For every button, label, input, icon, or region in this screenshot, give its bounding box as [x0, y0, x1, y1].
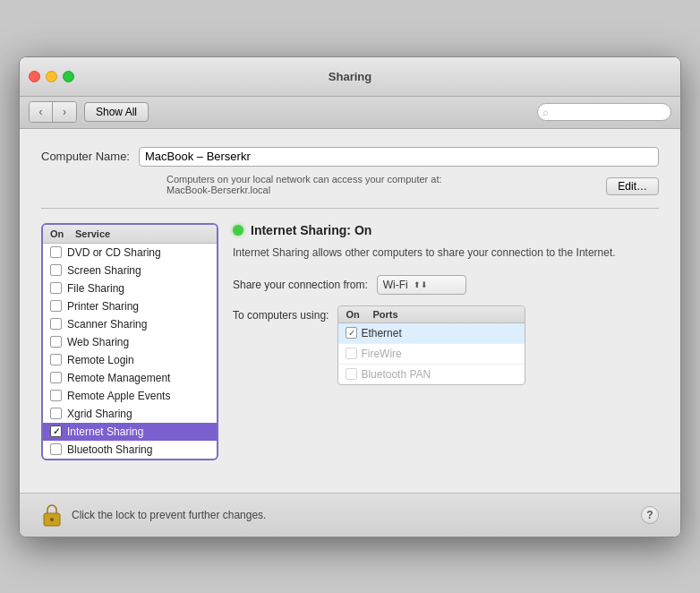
- service-checkbox[interactable]: [50, 443, 62, 455]
- service-name: Remote Apple Events: [67, 390, 170, 402]
- service-name: Screen Sharing: [67, 264, 141, 277]
- port-name: Bluetooth PAN: [361, 368, 431, 381]
- wifi-select-value: Wi-Fi: [383, 279, 408, 291]
- content-area: Computer Name: Computers on your local n…: [20, 129, 680, 478]
- service-checkbox[interactable]: [50, 425, 62, 437]
- col-service-header: Service: [75, 228, 209, 239]
- services-header: On Service: [43, 225, 217, 244]
- description-text: Internet Sharing allows other computers …: [233, 245, 659, 261]
- service-name: Bluetooth Sharing: [67, 443, 152, 456]
- show-all-button[interactable]: Show All: [84, 102, 149, 122]
- share-from-row: Share your connection from: Wi-Fi ⬆⬇: [233, 275, 659, 295]
- computers-using-label: To computers using:: [233, 305, 329, 322]
- service-checkbox[interactable]: [50, 246, 62, 258]
- service-name: Printer Sharing: [67, 300, 139, 313]
- lock-icon[interactable]: [41, 503, 63, 528]
- svg-point-1: [50, 518, 54, 521]
- bottom-bar: Click the lock to prevent further change…: [20, 493, 680, 537]
- ports-list: EthernetFireWireBluetooth PAN: [338, 323, 525, 384]
- divider: [41, 208, 659, 209]
- computer-name-input[interactable]: [139, 147, 659, 167]
- service-checkbox[interactable]: [50, 300, 62, 312]
- ports-col-port-header: Ports: [372, 309, 517, 320]
- computer-name-row: Computer Name:: [41, 147, 659, 167]
- service-checkbox[interactable]: [50, 282, 62, 294]
- port-name: FireWire: [361, 348, 401, 360]
- wifi-select-arrow: ⬆⬇: [414, 280, 428, 289]
- ports-header: On Ports: [338, 306, 525, 323]
- services-panel: On Service DVD or CD SharingScreen Shari…: [41, 223, 218, 460]
- maximize-button[interactable]: [63, 71, 74, 82]
- computer-address-label: Computers on your local network can acce…: [166, 174, 597, 195]
- service-item[interactable]: Remote Login: [43, 351, 217, 369]
- edit-button[interactable]: Edit…: [606, 177, 659, 195]
- service-item[interactable]: Bluetooth Sharing: [43, 441, 217, 459]
- port-name: Ethernet: [361, 327, 401, 339]
- window-title: Sharing: [329, 70, 371, 83]
- service-item[interactable]: Printer Sharing: [43, 297, 217, 315]
- service-name: Web Sharing: [67, 336, 129, 348]
- forward-button[interactable]: ›: [53, 102, 76, 122]
- service-item[interactable]: Xgrid Sharing: [43, 405, 217, 423]
- service-item[interactable]: Internet Sharing: [43, 423, 217, 441]
- computers-using-row: To computers using: On Ports EthernetFir…: [233, 305, 659, 385]
- traffic-lights: [29, 71, 74, 82]
- service-checkbox[interactable]: [50, 336, 62, 348]
- col-on-header: On: [50, 228, 75, 239]
- service-checkbox[interactable]: [50, 264, 62, 276]
- service-name: Xgrid Sharing: [67, 408, 132, 420]
- service-name: File Sharing: [67, 282, 124, 295]
- service-item[interactable]: Screen Sharing: [43, 262, 217, 279]
- status-dot: [233, 225, 243, 236]
- toolbar: ‹ › Show All ⌕: [20, 97, 680, 129]
- search-icon: ⌕: [542, 107, 549, 117]
- service-checkbox[interactable]: [50, 354, 62, 365]
- status-row: Internet Sharing: On: [233, 223, 659, 237]
- ports-table: On Ports EthernetFireWireBluetooth PAN: [337, 305, 525, 385]
- lock-text: Click the lock to prevent further change…: [72, 509, 266, 521]
- service-item[interactable]: Remote Apple Events: [43, 387, 217, 405]
- service-checkbox[interactable]: [50, 318, 62, 330]
- service-list: DVD or CD SharingScreen SharingFile Shar…: [43, 244, 217, 459]
- close-button[interactable]: [29, 71, 40, 82]
- port-checkbox[interactable]: [346, 368, 357, 380]
- service-name: Remote Login: [67, 354, 134, 366]
- port-row[interactable]: Bluetooth PAN: [338, 365, 525, 384]
- service-checkbox[interactable]: [50, 372, 62, 383]
- port-row[interactable]: Ethernet: [338, 323, 525, 344]
- help-button[interactable]: ?: [641, 506, 659, 524]
- service-name: Remote Management: [67, 372, 170, 384]
- titlebar: Sharing: [20, 57, 680, 97]
- wifi-select[interactable]: Wi-Fi ⬆⬇: [377, 275, 466, 295]
- port-row[interactable]: FireWire: [338, 344, 525, 365]
- status-title: Internet Sharing: On: [251, 223, 371, 237]
- sharing-window: Sharing ‹ › Show All ⌕ Computer Name: Co…: [19, 56, 681, 537]
- service-item[interactable]: DVD or CD Sharing: [43, 244, 217, 262]
- service-item[interactable]: File Sharing: [43, 279, 217, 297]
- search-input[interactable]: [537, 103, 671, 121]
- service-item[interactable]: Remote Management: [43, 369, 217, 387]
- search-box: ⌕: [537, 103, 671, 121]
- port-checkbox[interactable]: [346, 348, 357, 359]
- service-name: DVD or CD Sharing: [67, 246, 161, 259]
- service-name: Scanner Sharing: [67, 318, 147, 331]
- service-checkbox[interactable]: [50, 408, 62, 419]
- back-button[interactable]: ‹: [30, 102, 53, 122]
- service-name: Internet Sharing: [67, 425, 143, 438]
- service-item[interactable]: Scanner Sharing: [43, 315, 217, 333]
- main-area: On Service DVD or CD SharingScreen Shari…: [41, 223, 659, 460]
- service-item[interactable]: Web Sharing: [43, 333, 217, 351]
- computer-name-label: Computer Name:: [41, 150, 130, 163]
- nav-buttons: ‹ ›: [29, 101, 77, 123]
- minimize-button[interactable]: [46, 71, 57, 82]
- ports-col-on-header: On: [346, 309, 372, 320]
- detail-panel: Internet Sharing: On Internet Sharing al…: [233, 223, 659, 460]
- share-from-label: Share your connection from:: [233, 279, 368, 291]
- service-checkbox[interactable]: [50, 390, 62, 401]
- port-checkbox[interactable]: [346, 327, 357, 339]
